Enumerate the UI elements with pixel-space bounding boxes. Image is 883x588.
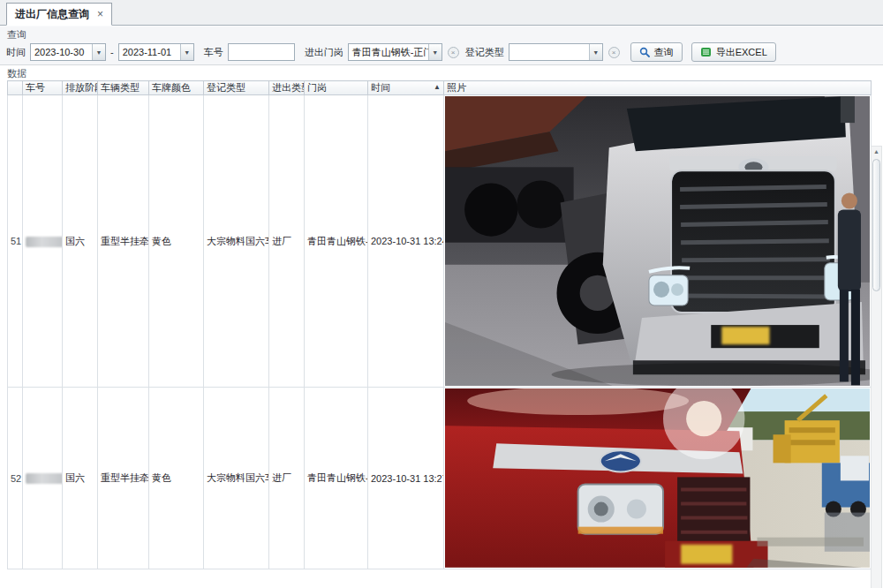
vehicle-no-cell bbox=[23, 95, 63, 388]
clear-reg-type-icon[interactable]: × bbox=[608, 47, 620, 58]
reg-type-label: 登记类型 bbox=[464, 46, 505, 59]
search-icon bbox=[639, 47, 650, 57]
in-out-cell: 进厂 bbox=[269, 95, 305, 388]
scroll-up-icon[interactable]: ▲ bbox=[872, 147, 881, 157]
row-number: 52 bbox=[8, 388, 23, 569]
excel-icon bbox=[700, 47, 712, 57]
col-header-rownum[interactable] bbox=[8, 81, 23, 95]
tab-entry-exit-info-query[interactable]: 进出厂信息查询 × bbox=[6, 3, 112, 26]
col-header-vehicle-no[interactable]: 车号 bbox=[23, 81, 63, 95]
plate-color-cell: 黄色 bbox=[149, 388, 204, 569]
col-header-photo[interactable]: 照片 bbox=[444, 81, 872, 95]
chevron-down-icon[interactable]: ▼ bbox=[428, 44, 442, 60]
photo-cell bbox=[444, 95, 872, 388]
date-to-value: 2023-11-01 bbox=[119, 44, 180, 60]
gate-value: 青田青山钢铁-正门 bbox=[349, 44, 428, 60]
redacted-plate bbox=[26, 237, 63, 247]
gate-combobox[interactable]: 青田青山钢铁-正门 ▼ bbox=[348, 43, 442, 61]
time-cell: 2023-10-31 13:24:47 bbox=[368, 95, 444, 388]
reg-type-combobox[interactable]: ▼ bbox=[509, 43, 603, 61]
gate-label: 进出门岗 bbox=[304, 46, 344, 59]
gate-cell: 青田青山钢铁-正门 bbox=[305, 95, 368, 388]
data-panel-title: 数据 bbox=[0, 65, 883, 81]
vehicle-no-cell bbox=[23, 388, 63, 569]
row-number: 51 bbox=[8, 95, 23, 388]
redacted-plate bbox=[26, 473, 63, 484]
sort-ascending-icon: ▲ bbox=[434, 83, 441, 91]
table-row[interactable]: 51 国六 重型半挂牵引车 黄色 大宗物料国六车 进厂 青田青山钢铁-正门 20… bbox=[8, 95, 872, 388]
col-header-reg-type[interactable]: 登记类型 bbox=[204, 81, 269, 95]
chevron-down-icon[interactable]: ▼ bbox=[589, 44, 602, 60]
data-panel: 数据 车号 排放阶段 车辆类型 车牌颜色 登记类型 进出类型 门岗 bbox=[0, 65, 883, 588]
chevron-down-icon[interactable]: ▼ bbox=[180, 44, 193, 60]
plate-color-cell: 黄色 bbox=[149, 95, 204, 388]
search-button[interactable]: 查询 bbox=[630, 42, 683, 62]
in-out-cell: 进厂 bbox=[269, 388, 305, 569]
tab-bar: 进出厂信息查询 × bbox=[0, 0, 883, 26]
export-excel-button-label: 导出EXCEL bbox=[716, 46, 767, 59]
time-cell: 2023-10-31 13:27:40 bbox=[368, 388, 444, 569]
time-label: 时间 bbox=[5, 46, 26, 59]
date-to-combobox[interactable]: 2023-11-01 ▼ bbox=[118, 43, 194, 61]
emission-cell: 国六 bbox=[63, 95, 98, 388]
chevron-down-icon[interactable]: ▼ bbox=[92, 44, 105, 60]
search-button-label: 查询 bbox=[654, 46, 674, 59]
vehicle-no-label: 车号 bbox=[203, 46, 224, 59]
query-panel: 查询 时间 2023-10-30 ▼ - 2023-11-01 ▼ 车号 进出门… bbox=[0, 26, 883, 65]
vertical-scroll-thumb[interactable] bbox=[872, 159, 880, 291]
date-from-value: 2023-10-30 bbox=[31, 44, 92, 60]
gate-cell: 青田青山钢铁-正门 bbox=[305, 388, 368, 569]
vehicle-type-cell: 重型半挂牵引车 bbox=[98, 95, 149, 388]
clear-gate-icon[interactable]: × bbox=[448, 47, 459, 58]
date-from-combobox[interactable]: 2023-10-30 ▼ bbox=[30, 43, 106, 61]
records-table: 车号 排放阶段 车辆类型 车牌颜色 登记类型 进出类型 门岗 时间 ▲ 照片 bbox=[7, 80, 872, 569]
col-header-emission[interactable]: 排放阶段 bbox=[63, 81, 98, 95]
vehicle-type-cell: 重型半挂牵引车 bbox=[98, 388, 149, 569]
col-header-plate-color[interactable]: 车牌颜色 bbox=[149, 81, 204, 95]
col-header-gate[interactable]: 门岗 bbox=[305, 81, 368, 95]
table-header-row: 车号 排放阶段 车辆类型 车牌颜色 登记类型 进出类型 门岗 时间 ▲ 照片 bbox=[8, 81, 872, 95]
tab-close-icon[interactable]: × bbox=[97, 8, 103, 20]
reg-type-cell: 大宗物料国六车 bbox=[204, 95, 269, 388]
vertical-scrollbar[interactable]: ▲ ▼ bbox=[871, 146, 882, 588]
vehicle-photo-silver-truck bbox=[445, 96, 870, 386]
query-panel-title: 查询 bbox=[0, 26, 883, 42]
export-excel-button[interactable]: 导出EXCEL bbox=[691, 42, 776, 62]
col-header-time-label: 时间 bbox=[371, 82, 390, 93]
vehicle-no-input[interactable] bbox=[228, 43, 295, 61]
table-row[interactable]: 52 国六 重型半挂牵引车 黄色 大宗物料国六车 进厂 青田青山钢铁-正门 20… bbox=[8, 388, 872, 569]
photo-cell bbox=[444, 388, 872, 569]
col-header-in-out[interactable]: 进出类型 bbox=[269, 81, 305, 95]
col-header-time[interactable]: 时间 ▲ bbox=[368, 81, 444, 95]
reg-type-cell: 大宗物料国六车 bbox=[204, 388, 269, 569]
vehicle-photo-red-truck bbox=[445, 388, 870, 568]
date-range-separator: - bbox=[109, 47, 115, 57]
col-header-vehicle-type[interactable]: 车辆类型 bbox=[98, 81, 149, 95]
entry-exit-query-window: 进出厂信息查询 × 查询 时间 2023-10-30 ▼ - 2023-11-0… bbox=[0, 0, 883, 588]
reg-type-value bbox=[509, 44, 589, 60]
tab-title: 进出厂信息查询 bbox=[15, 7, 89, 22]
query-fields-row: 时间 2023-10-30 ▼ - 2023-11-01 ▼ 车号 进出门岗 青… bbox=[0, 42, 883, 62]
emission-cell: 国六 bbox=[63, 388, 98, 569]
